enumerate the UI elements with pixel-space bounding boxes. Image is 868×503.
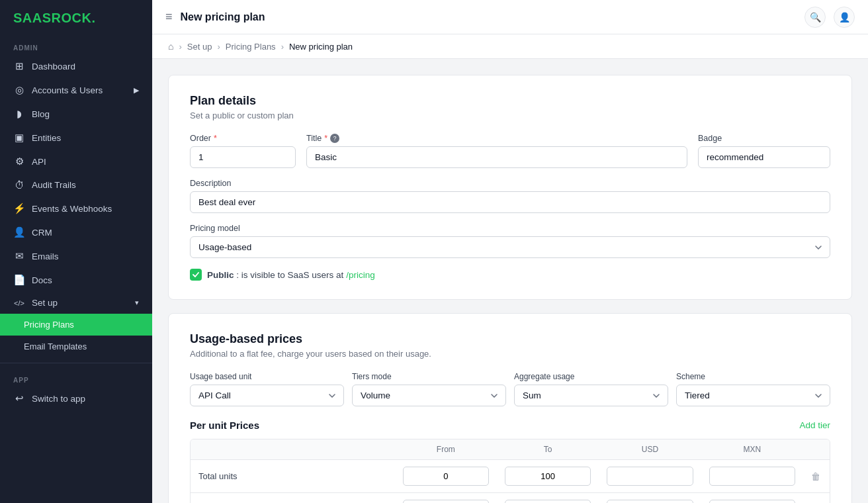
badge-label: Badge xyxy=(698,134,830,143)
sidebar-item-label: Switch to app xyxy=(32,394,85,404)
title-info-icon[interactable]: ? xyxy=(330,134,339,143)
logo-text-part1: SAAS xyxy=(13,11,52,25)
sidebar-item-label: Emails xyxy=(32,252,59,261)
sidebar-item-label: Blog xyxy=(32,109,50,119)
sidebar-item-label: API xyxy=(32,157,46,167)
description-input[interactable] xyxy=(190,191,830,213)
row1-mxn-input[interactable] xyxy=(709,467,795,486)
sidebar-item-switch-to-app[interactable]: ↩ Switch to app xyxy=(0,387,152,410)
public-description: : is visible to SaaS users at xyxy=(236,270,343,280)
sidebar: SAASROCK. ADMIN ⊞ Dashboard ◎ Accounts &… xyxy=(0,0,152,503)
breadcrumb-home[interactable]: ⌂ xyxy=(168,41,173,52)
per-unit-title: Per unit Prices xyxy=(190,420,259,431)
sidebar-item-events-webhooks[interactable]: ⚡ Events & Webhooks xyxy=(0,197,152,220)
admin-section-label: ADMIN xyxy=(0,36,152,54)
add-tier-button[interactable]: Add tier xyxy=(799,420,830,430)
sidebar-item-setup[interactable]: </> Set up ▾ xyxy=(0,292,152,314)
row2-mxn-input[interactable] xyxy=(709,500,795,503)
row1-usd xyxy=(599,460,701,492)
title-group: Title * ? xyxy=(306,134,687,168)
description-label: Description xyxy=(190,179,830,188)
sidebar-item-entities[interactable]: ▣ Entities xyxy=(0,126,152,150)
emails-icon: ✉ xyxy=(13,250,25,262)
crm-icon: 👤 xyxy=(13,226,25,238)
user-avatar-icon[interactable]: 👤 xyxy=(834,7,855,28)
row2-label: Total units xyxy=(191,498,395,503)
pricing-model-group: Pricing model Usage-based Flat rate Per … xyxy=(190,224,830,258)
title-label: Title * ? xyxy=(306,134,687,143)
events-icon: ⚡ xyxy=(13,203,25,214)
public-link[interactable]: /pricing xyxy=(346,270,375,280)
row2-to-input[interactable] xyxy=(505,500,591,503)
table-row: Total units 🗑 xyxy=(191,493,830,503)
pricing-model-select[interactable]: Usage-based Flat rate Per seat Free xyxy=(190,236,830,258)
breadcrumb-setup[interactable]: Set up xyxy=(187,42,212,52)
api-icon: ⚙ xyxy=(13,156,25,167)
row1-from-input[interactable] xyxy=(403,467,489,486)
page-title: New pricing plan xyxy=(181,11,797,23)
per-unit-header: Per unit Prices Add tier xyxy=(190,420,830,431)
col-header-from: From xyxy=(395,439,497,459)
breadcrumb-pricing-plans[interactable]: Pricing Plans xyxy=(226,42,276,52)
title-required: * xyxy=(324,134,327,143)
col-header-label xyxy=(191,439,395,459)
aggregate-group: Aggregate usage Sum Max Last xyxy=(514,372,668,406)
badge-input[interactable] xyxy=(698,146,830,168)
breadcrumb-current: New pricing plan xyxy=(289,42,353,52)
row2-usd-input[interactable] xyxy=(607,500,693,503)
sidebar-item-label: Docs xyxy=(32,275,52,285)
docs-icon: 📄 xyxy=(13,274,25,286)
app-section-label: APP xyxy=(0,369,152,387)
plan-details-subtitle: Set a public or custom plan xyxy=(190,111,830,120)
sidebar-item-dashboard[interactable]: ⊞ Dashboard xyxy=(0,54,152,78)
setup-icon: </> xyxy=(13,299,25,307)
usage-unit-select[interactable]: API Call Storage Bandwidth xyxy=(190,385,344,406)
row1-from xyxy=(395,460,497,492)
chevron-right-icon: ▶ xyxy=(134,86,139,95)
row1-usd-input[interactable] xyxy=(607,467,693,486)
order-label: Order * xyxy=(190,134,296,143)
row1-to xyxy=(497,460,599,492)
public-checkbox[interactable] xyxy=(190,269,202,281)
row1-to-input[interactable] xyxy=(505,467,591,486)
search-icon[interactable]: 🔍 xyxy=(804,7,826,28)
menu-icon[interactable]: ≡ xyxy=(165,10,173,24)
sidebar-item-crm[interactable]: 👤 CRM xyxy=(0,220,152,244)
audit-icon: ⏱ xyxy=(13,179,25,191)
sidebar-item-audit-trails[interactable]: ⏱ Audit Trails xyxy=(0,173,152,197)
sidebar-item-api[interactable]: ⚙ API xyxy=(0,150,152,173)
breadcrumb-sep-3: › xyxy=(281,42,284,52)
order-group: Order * xyxy=(190,134,296,168)
dashboard-icon: ⊞ xyxy=(13,60,25,72)
usage-prices-subtitle: Additional to a flat fee, charge your us… xyxy=(190,349,830,359)
scheme-select[interactable]: Tiered Per unit Flat xyxy=(676,385,830,406)
order-required: * xyxy=(214,134,217,143)
sidebar-item-email-templates[interactable]: Email Templates xyxy=(0,336,152,357)
order-input[interactable] xyxy=(190,146,296,168)
sidebar-item-blog[interactable]: ◗ Blog xyxy=(0,102,152,126)
col-header-mxn: MXN xyxy=(701,439,803,459)
tiers-mode-select[interactable]: Volume Graduated Flat xyxy=(352,385,506,406)
sidebar-item-emails[interactable]: ✉ Emails xyxy=(0,244,152,268)
sidebar-item-label: Set up xyxy=(32,298,58,308)
scheme-label: Scheme xyxy=(676,372,830,381)
usage-prices-card: Usage-based prices Additional to a flat … xyxy=(168,313,852,503)
blog-icon: ◗ xyxy=(13,108,25,120)
row2-from-input[interactable] xyxy=(403,500,489,503)
row2-from xyxy=(395,493,497,503)
sidebar-item-label: Audit Trails xyxy=(32,180,76,190)
row2-usd xyxy=(599,493,701,503)
logo-text-part2: ROCK xyxy=(52,11,92,25)
aggregate-select[interactable]: Sum Max Last xyxy=(514,385,668,406)
breadcrumb-sep-1: › xyxy=(179,42,181,52)
sidebar-item-label: Events & Webhooks xyxy=(32,204,112,214)
table-row: Total units 🗑 xyxy=(191,460,830,493)
row1-delete-button[interactable]: 🗑 xyxy=(811,471,820,482)
title-input[interactable] xyxy=(306,146,687,168)
public-bold-label: Public xyxy=(207,270,234,280)
sidebar-item-accounts-users[interactable]: ◎ Accounts & Users ▶ xyxy=(0,78,152,102)
form-row-order-title-badge: Order * Title * ? Badge xyxy=(190,134,830,168)
sidebar-item-pricing-plans[interactable]: Pricing Plans xyxy=(0,314,152,336)
accounts-icon: ◎ xyxy=(13,84,25,96)
sidebar-item-docs[interactable]: 📄 Docs xyxy=(0,268,152,292)
